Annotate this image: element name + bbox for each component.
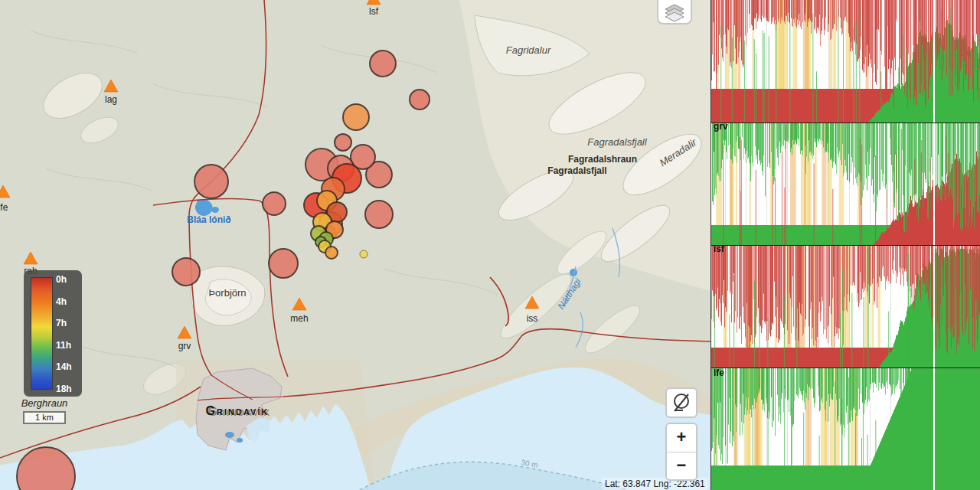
- legend-hour-label: 4h: [56, 297, 72, 306]
- station-marker-rah[interactable]: [24, 252, 38, 264]
- layers-icon: [663, 3, 686, 23]
- legend-hour-label: 7h: [56, 318, 72, 328]
- earthquake-marker[interactable]: [370, 51, 396, 77]
- age-legend: 0h4h7h11h14h18h: [24, 270, 82, 397]
- earthquake-marker[interactable]: [335, 134, 351, 151]
- layers-button[interactable]: [657, 0, 692, 24]
- earthquake-marker[interactable]: [325, 247, 338, 259]
- place-label: Berghraun: [21, 397, 68, 409]
- earthquake-marker[interactable]: [343, 104, 369, 130]
- station-marker-meh[interactable]: [292, 298, 306, 310]
- station-marker-lsf[interactable]: [367, 0, 381, 5]
- station-marker-lfe[interactable]: [0, 185, 10, 198]
- scale-bar: 1 km: [23, 411, 66, 424]
- earthquake-marker[interactable]: [410, 90, 430, 109]
- legend-hour-label: 0h: [56, 275, 72, 284]
- station-label-iss: iss: [527, 313, 538, 324]
- zoom-control: + −: [665, 423, 697, 481]
- station-strip-label: lsf: [714, 243, 724, 254]
- measure-circle-icon: [671, 392, 692, 413]
- earthquake-marker[interactable]: [365, 201, 393, 228]
- legend-hour-label: 14h: [56, 362, 72, 371]
- station-label-lag: lag: [105, 94, 117, 105]
- earthquake-monitor-app: laglsflferahgrvmehissFagridalurFagradals…: [0, 0, 980, 490]
- station-marker-lag[interactable]: [104, 80, 118, 92]
- station-label-lsf: lsf: [369, 6, 379, 17]
- place-label: Fagridalur: [506, 44, 551, 56]
- place-label: Fagradalsfjall: [587, 136, 647, 148]
- map[interactable]: laglsflferahgrvmehissFagridalurFagradals…: [0, 0, 710, 490]
- station-label-grv: grv: [178, 341, 191, 351]
- place-label: Grindavík: [206, 404, 270, 417]
- legend-hour-label: 18h: [56, 384, 72, 394]
- earthquake-marker[interactable]: [360, 250, 368, 258]
- place-label: Fagradalshraun: [568, 154, 637, 165]
- station-marker-grv[interactable]: [178, 326, 191, 338]
- map-canvas[interactable]: laglsflferahgrvmehissFagridalurFagradals…: [0, 0, 710, 490]
- earthquake-marker[interactable]: [172, 258, 200, 286]
- tremor-plot-canvas: [711, 0, 980, 490]
- place-label: Bláa lónið: [187, 214, 230, 225]
- station-label-meh: meh: [290, 313, 308, 324]
- station-strip-label: lfe: [714, 368, 724, 378]
- station-label-lfe: lfe: [0, 202, 8, 213]
- earthquake-marker[interactable]: [269, 249, 298, 278]
- zoom-out-button[interactable]: −: [667, 452, 696, 480]
- earthquake-marker[interactable]: [263, 192, 286, 215]
- measure-tool-button[interactable]: [665, 387, 697, 418]
- earthquake-marker[interactable]: [194, 165, 228, 198]
- zoom-in-button[interactable]: +: [667, 424, 696, 452]
- station-strip-label: grv: [714, 121, 728, 132]
- place-label: Þorbjörn: [208, 287, 246, 299]
- place-label: Fagradalsfjall: [547, 165, 606, 176]
- legend-hour-label: 11h: [56, 341, 72, 350]
- tremor-panel: grv lsf lfe: [710, 0, 980, 490]
- age-legend-gradient: [31, 277, 53, 390]
